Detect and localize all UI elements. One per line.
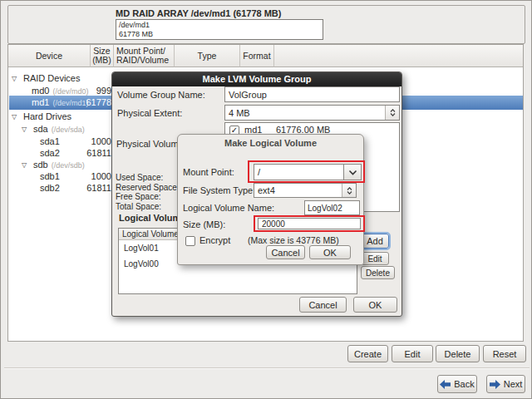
size-value: 1000 xyxy=(58,170,111,183)
edit-button-main[interactable]: Edit xyxy=(392,345,433,362)
encrypt-checkbox[interactable] xyxy=(185,236,195,246)
device-path-label: (/dev/sdb) xyxy=(52,161,85,170)
lv-ok-button[interactable]: OK xyxy=(309,245,351,259)
size-label: Size (MB): xyxy=(183,219,225,229)
free-space-label: Free Space: xyxy=(116,192,180,202)
tree-label: sda(/dev/sda) xyxy=(33,123,85,136)
column-filler xyxy=(274,45,523,67)
expander-icon[interactable]: ▽ xyxy=(22,123,27,135)
device-path-label: (/dev/sda) xyxy=(52,126,85,134)
delete-button[interactable]: Delete xyxy=(361,266,395,279)
expander-icon[interactable]: ▽ xyxy=(12,111,17,123)
edit-button[interactable]: Edit xyxy=(361,252,389,265)
fs-type-label: File System Type: xyxy=(183,185,255,195)
raid-array-title: MD RAID ARRAY /dev/md1 (61778 MB) xyxy=(116,8,281,18)
spinner-down-icon[interactable] xyxy=(390,113,396,116)
raid-device-size: 61778 MB xyxy=(119,30,320,39)
spinner-up-icon[interactable] xyxy=(390,109,396,112)
lv-name-label: Logical Volume Name: xyxy=(183,203,274,213)
next-arrow-icon xyxy=(490,380,500,389)
lvm-ok-button[interactable]: OK xyxy=(353,297,397,313)
spinner-buttons[interactable] xyxy=(342,184,356,197)
raid-header-panel: MD RAID ARRAY /dev/md1 (61778 MB) /dev/m… xyxy=(7,5,525,44)
back-button[interactable]: Back xyxy=(437,375,477,393)
spinner-buttons[interactable] xyxy=(385,106,399,120)
raid-device-box: /dev/md1 61778 MB xyxy=(116,19,323,40)
next-button[interactable]: Next xyxy=(486,375,525,393)
size-value: 1000 xyxy=(58,135,111,148)
tree-label: Hard Drives xyxy=(23,111,71,123)
size-value: 999 xyxy=(58,85,111,97)
column-type: Type xyxy=(175,45,240,67)
column-device: Device xyxy=(8,45,91,67)
installer-window: MD RAID ARRAY /dev/md1 (61778 MB) /dev/m… xyxy=(0,0,532,399)
create-button[interactable]: Create xyxy=(347,345,388,362)
reserved-space-label: Reserved Space: xyxy=(116,183,180,193)
column-size: Size (MB) xyxy=(91,45,114,67)
dialog-title: Make Logical Volume xyxy=(178,138,363,148)
fs-type-select[interactable]: ext4 xyxy=(254,183,357,198)
delete-button-main[interactable]: Delete xyxy=(436,345,480,362)
physical-extent-select[interactable]: 4 MB xyxy=(224,105,400,121)
used-space-label: Used Space: xyxy=(116,173,180,183)
total-space-label: Total Space: xyxy=(116,202,180,212)
add-button[interactable]: Add xyxy=(361,234,389,249)
make-logical-volume-dialog: Make Logical Volume Mount Point: / File … xyxy=(177,134,364,265)
expander-icon[interactable]: ▽ xyxy=(22,159,27,171)
dialog-titlebar: Make LVM Volume Group xyxy=(112,72,401,86)
tree-label: sda2 xyxy=(40,147,60,160)
physical-extent-label: Physical Extent: xyxy=(117,108,182,118)
size-value: 61811 xyxy=(58,147,111,160)
volume-group-name-input[interactable]: VolGroup xyxy=(224,86,400,102)
size-value: 61811 xyxy=(58,182,111,195)
tree-label: RAID Devices xyxy=(23,72,80,85)
raid-device-path: /dev/md1 xyxy=(119,21,320,30)
mount-point-label: Mount Point: xyxy=(183,167,234,177)
lv-cancel-button[interactable]: Cancel xyxy=(266,245,305,259)
size-highlight-box xyxy=(254,215,365,232)
spinner-up-icon[interactable] xyxy=(347,187,352,190)
lv-name-input[interactable]: LogVol02 xyxy=(304,200,360,215)
mount-point-highlight-box xyxy=(248,160,365,183)
lvm-cancel-button[interactable]: Cancel xyxy=(299,297,347,313)
column-format: Format xyxy=(240,45,274,67)
column-mount-point: Mount Point/ RAID/Volume xyxy=(114,45,175,67)
bottom-separator xyxy=(4,367,530,369)
encrypt-label: Encrypt xyxy=(200,235,230,245)
tree-label: sdb2 xyxy=(40,182,60,195)
space-labels: Used Space: Reserved Space: Free Space: … xyxy=(116,173,180,211)
volume-group-name-label: Volume Group Name: xyxy=(117,90,205,100)
max-size-note: (Max size is 43776 MB) xyxy=(248,235,339,245)
tree-label: sda1 xyxy=(40,135,60,148)
expander-icon[interactable]: ▽ xyxy=(12,72,17,85)
size-value: 61778 xyxy=(58,96,111,109)
spinner-down-icon[interactable] xyxy=(347,191,352,195)
back-arrow-icon xyxy=(440,380,451,389)
reset-button[interactable]: Reset xyxy=(483,345,526,362)
tree-label: sdb1 xyxy=(40,170,60,183)
